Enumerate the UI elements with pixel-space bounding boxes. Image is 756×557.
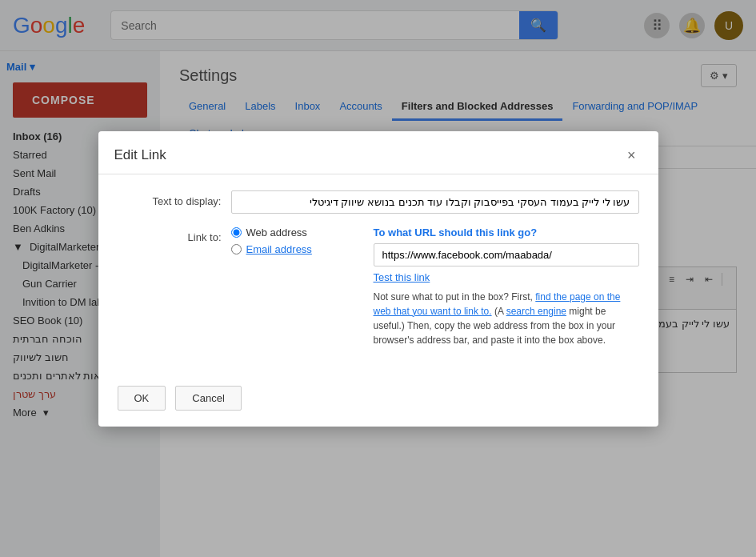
modal-body: Text to display: Link to: Web address bbox=[98, 174, 658, 376]
web-address-label: Web address bbox=[246, 226, 307, 238]
modal-overlay: Edit Link × Text to display: Link to: We… bbox=[0, 0, 756, 557]
email-address-option[interactable]: Email address bbox=[231, 243, 312, 255]
email-address-label: Email address bbox=[246, 243, 312, 255]
link-to-label: Link to: bbox=[118, 226, 222, 243]
email-address-radio[interactable] bbox=[231, 244, 242, 254]
url-section: To what URL should this link go? Test th… bbox=[374, 226, 639, 347]
text-to-display-input[interactable] bbox=[231, 190, 639, 214]
modal-header: Edit Link × bbox=[98, 131, 658, 174]
web-address-option[interactable]: Web address bbox=[231, 226, 307, 238]
web-address-radio[interactable] bbox=[231, 227, 242, 238]
help-text-1: Not sure what to put in the box? First, bbox=[374, 291, 533, 303]
text-to-display-row: Text to display: bbox=[118, 190, 639, 214]
link-to-section: Web address Email address bbox=[231, 226, 364, 260]
url-input[interactable] bbox=[374, 243, 639, 266]
text-display-label: Text to display: bbox=[118, 190, 222, 207]
modal-footer: OK Cancel bbox=[98, 376, 658, 427]
test-link[interactable]: Test this link bbox=[374, 271, 430, 283]
cancel-button[interactable]: Cancel bbox=[175, 386, 241, 411]
help-text-2: (A bbox=[494, 306, 503, 317]
web-address-radio-row: Web address bbox=[231, 226, 364, 238]
url-question-label: To what URL should this link go? bbox=[374, 226, 639, 238]
email-address-radio-row: Email address bbox=[231, 243, 364, 255]
modal-close-button[interactable]: × bbox=[621, 144, 642, 167]
edit-link-modal: Edit Link × Text to display: Link to: We… bbox=[98, 131, 658, 427]
help-link-2[interactable]: search engine bbox=[506, 306, 566, 317]
help-text: Not sure what to put in the box? First, … bbox=[374, 290, 639, 347]
link-to-row: Link to: Web address Email address bbox=[118, 226, 639, 347]
ok-button[interactable]: OK bbox=[118, 386, 166, 411]
modal-title: Edit Link bbox=[114, 147, 166, 163]
